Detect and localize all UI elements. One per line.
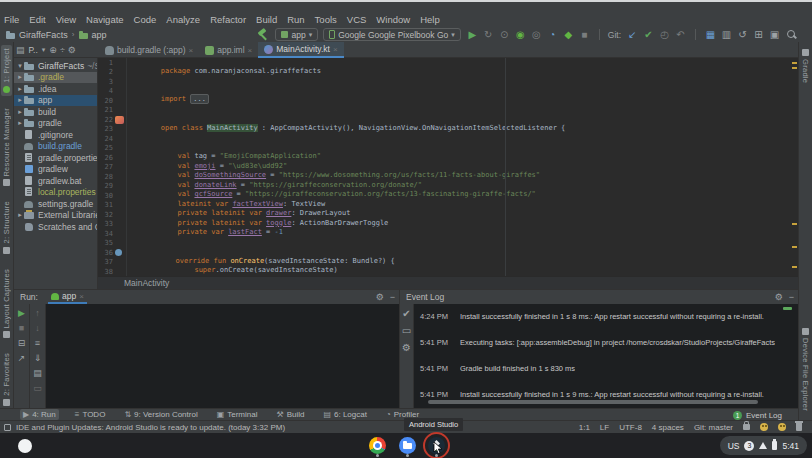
editor-tab[interactable]: build.gradle (:app) × xyxy=(99,42,199,58)
menu-item[interactable]: Tools xyxy=(315,14,337,25)
attach-debugger-icon[interactable]: ◆ xyxy=(562,29,575,41)
editor-tab[interactable]: app.iml × xyxy=(199,42,258,58)
editor-tab[interactable]: MainActivity.kt × xyxy=(258,42,343,58)
menu-item[interactable]: Build xyxy=(256,14,277,25)
toolwindow-terminal[interactable]: ▣ Terminal xyxy=(214,409,261,420)
close-icon[interactable]: × xyxy=(189,46,194,55)
run-tab-app[interactable]: app × xyxy=(48,290,87,304)
breadcrumb-module[interactable]: app xyxy=(92,30,107,40)
trash-icon[interactable] xyxy=(796,423,802,431)
menu-item[interactable]: Refactor xyxy=(210,14,246,25)
lock-icon[interactable] xyxy=(743,424,750,430)
gutter-icon[interactable] xyxy=(115,239,124,247)
run-coverage-icon[interactable]: ◎ xyxy=(530,29,543,41)
rollback-icon[interactable]: ↶ xyxy=(674,29,687,41)
tree-item[interactable]: ▸ build xyxy=(14,106,97,118)
launcher-button[interactable] xyxy=(18,439,32,453)
sync-gradle-icon[interactable]: ↺ xyxy=(736,29,749,41)
gutter-icon[interactable] xyxy=(115,68,124,76)
code-line[interactable]: 37 super.onCreate(savedInstanceState) xyxy=(98,258,798,268)
toolwindow-build[interactable]: ⚒ Build xyxy=(273,409,307,420)
gutter-icon[interactable] xyxy=(115,59,124,67)
warning-stripe-mark[interactable] xyxy=(792,223,797,225)
update-project-icon[interactable]: ↙ xyxy=(626,29,639,41)
gutter-icon[interactable] xyxy=(115,154,124,162)
code-line[interactable]: 22 open class MainActivity : AppCompatAc… xyxy=(98,115,798,125)
tree-item[interactable]: settings.gradle xyxy=(14,198,97,210)
event-log-entry[interactable]: 5:41 PM Gradle build finished in 1 s 830… xyxy=(420,364,794,390)
line-ending-widget[interactable]: LF xyxy=(600,423,609,432)
stop-icon[interactable]: ■ xyxy=(16,323,28,333)
settings-gear-icon[interactable]: ⚙ xyxy=(775,290,783,304)
code-line[interactable]: 4 import ... xyxy=(98,87,798,97)
tool-strip-button[interactable]: Resource Manager xyxy=(1,105,12,190)
hide-panel-icon[interactable]: − xyxy=(789,290,794,304)
menu-item[interactable]: Edit xyxy=(29,14,45,25)
breadcrumb-class[interactable]: MainActivity xyxy=(124,278,169,288)
stop-icon[interactable]: ■ xyxy=(578,29,591,41)
menu-item[interactable]: VCS xyxy=(347,14,367,25)
gutter-icon[interactable] xyxy=(115,78,124,86)
tool-strip-button-gradle[interactable]: Gradle xyxy=(800,46,811,86)
expand-arrow-icon[interactable]: ▸ xyxy=(16,108,24,116)
gutter-icon[interactable] xyxy=(115,173,124,181)
close-icon[interactable]: × xyxy=(79,292,84,301)
warning-stripe-mark[interactable] xyxy=(792,67,797,69)
tool-strip-button[interactable]: 2: Structure xyxy=(1,198,12,256)
soft-wrap-icon[interactable]: ≡ xyxy=(32,338,44,348)
gutter-icon[interactable] xyxy=(115,211,124,219)
run-config-selector[interactable]: app ▾ xyxy=(275,28,318,41)
device-selector[interactable]: Google Google Pixelbook Go ▾ xyxy=(323,28,461,41)
gutter-icon[interactable] xyxy=(115,249,122,256)
locate-file-icon[interactable]: ⊕ xyxy=(49,45,57,55)
tool-strip-button-device-file-explorer[interactable]: Device File Explorer xyxy=(800,325,811,414)
gutter-icon[interactable] xyxy=(115,163,124,171)
gutter-icon[interactable] xyxy=(115,87,124,95)
prev-occurrence-icon[interactable]: ↑ xyxy=(32,308,44,318)
event-log-entry[interactable]: 5:41 PM Executing tasks: [:app:assembleD… xyxy=(420,338,794,364)
apply-changes-icon[interactable]: ↻ xyxy=(482,29,495,41)
expand-arrow-icon[interactable]: ▸ xyxy=(16,96,24,104)
tree-item[interactable]: ▸ app xyxy=(14,95,97,107)
event-log-entries[interactable]: 4:24 PM Install successfully finished in… xyxy=(414,304,798,408)
print-icon[interactable]: ▤ xyxy=(32,368,44,378)
rerun-icon[interactable]: ▶ xyxy=(16,308,28,318)
close-icon[interactable]: × xyxy=(333,45,338,54)
expand-arrow-icon[interactable]: ▸ xyxy=(16,119,24,127)
menu-item[interactable]: Analyze xyxy=(166,14,200,25)
menu-item[interactable]: Window xyxy=(376,14,410,25)
breadcrumb-project[interactable]: GiraffeFacts xyxy=(19,30,68,40)
gutter-icon[interactable] xyxy=(115,201,124,209)
gutter-icon[interactable] xyxy=(115,258,124,266)
debug-icon[interactable]: ◉ xyxy=(514,29,527,41)
tree-item[interactable]: ▾ GiraffeFacts ~/S xyxy=(14,60,97,72)
mark-all-read-icon[interactable]: ✔ xyxy=(400,308,413,320)
caret-position-widget[interactable]: 1:1 xyxy=(579,423,590,432)
toolwindow-version-control[interactable]: ⇅ 9: Version Control xyxy=(121,409,200,420)
code-editor[interactable]: 1 package com.naranjaconsal.giraffefacts… xyxy=(98,58,798,276)
toolwindow-logcat[interactable]: ▤ 6: Logcat xyxy=(320,409,369,420)
warning-stripe-mark[interactable] xyxy=(792,266,797,268)
log-settings-wrench-icon[interactable]: ⚙ xyxy=(400,342,413,354)
status-message-area[interactable]: IDE and Plugin Updates: Android Studio i… xyxy=(4,423,285,432)
warning-stripe-mark[interactable] xyxy=(792,246,797,248)
encoding-widget[interactable]: UTF-8 xyxy=(619,423,642,432)
tree-item[interactable]: ▸ gradle xyxy=(14,118,97,130)
system-tray[interactable]: US 3 5:41 xyxy=(720,436,807,455)
menu-item[interactable]: View xyxy=(56,14,76,25)
history-icon[interactable]: ◴ xyxy=(658,29,671,41)
indent-widget[interactable]: 4 spaces xyxy=(652,423,684,432)
expand-arrow-icon[interactable]: ▸ xyxy=(16,85,24,93)
settings-gear-icon[interactable]: ⚙ xyxy=(376,290,384,304)
tree-item[interactable]: ▸ .idea xyxy=(14,83,97,95)
menu-item[interactable]: Code xyxy=(134,14,157,25)
gutter-icon[interactable] xyxy=(115,230,124,238)
device-file-explorer-icon[interactable]: ▦ xyxy=(704,29,717,41)
gutter-icon[interactable] xyxy=(115,192,124,200)
search-everywhere-icon[interactable] xyxy=(786,29,798,41)
menu-item[interactable]: Run xyxy=(287,14,304,25)
expand-arrow-icon[interactable]: ▸ xyxy=(16,211,24,219)
tree-item[interactable]: Scratches and Consoles xyxy=(14,221,97,233)
menu-item[interactable]: Navigate xyxy=(86,14,124,25)
horizontal-scrollbar[interactable] xyxy=(428,400,758,404)
